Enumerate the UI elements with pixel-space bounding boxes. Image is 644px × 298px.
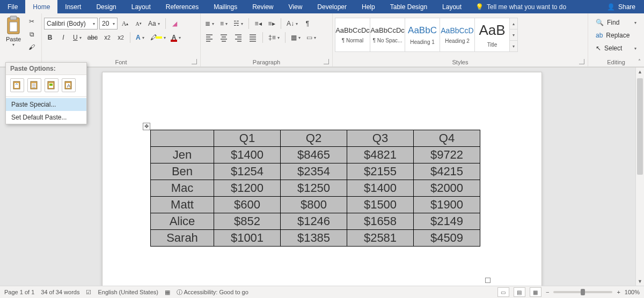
styles-row-up[interactable]: ▴ [510,18,517,29]
font-dialog-launcher[interactable] [192,59,197,64]
line-spacing-button[interactable]: ‡≡ [266,32,282,43]
multilevel-list-button[interactable]: ☵ [231,18,245,29]
table-resize-handle[interactable] [485,278,491,283]
tab-developer[interactable]: Developer [310,0,354,13]
tab-home[interactable]: Home [25,0,57,13]
paste-dropdown-caret[interactable]: ▾ [12,42,14,47]
paste-text-only[interactable]: A [62,78,76,92]
zoom-level[interactable]: 100% [625,289,640,295]
table-header-cell[interactable]: Q1 [214,130,281,147]
paste-keep-source-formatting[interactable] [10,78,24,92]
table-cell[interactable]: $1385 [281,230,347,247]
table-cell[interactable]: $1250 [281,180,347,197]
table-cell[interactable]: $1658 [347,213,414,230]
grow-font-button[interactable]: A▴ [119,18,131,29]
table-cell[interactable]: $1200 [214,180,281,197]
style-title[interactable]: AaBTitle [474,18,510,52]
table-cell[interactable]: Mac [151,180,214,197]
align-center-button[interactable] [217,32,230,43]
table-header-cell[interactable]: Q4 [414,130,480,147]
view-read-mode[interactable]: ▭ [497,287,509,297]
bullets-button[interactable]: ≣ [203,18,216,29]
table-cell[interactable]: $2581 [347,230,414,247]
table-cell[interactable]: $1900 [414,197,480,213]
table-cell[interactable]: $2149 [414,213,480,230]
zoom-slider-thumb[interactable] [581,289,585,295]
tab-help[interactable]: Help [354,0,383,13]
status-language[interactable]: English (United States) [98,289,158,295]
zoom-out-button[interactable]: − [546,289,549,295]
strikethrough-button[interactable]: abc [85,32,100,43]
shrink-font-button[interactable]: A▾ [133,18,144,29]
show-hide-button[interactable]: ¶ [302,18,313,29]
highlight-button[interactable]: 🖍 [148,32,168,43]
cut-button[interactable]: ✂ [26,16,38,27]
styles-more-button[interactable]: ▾ [510,40,517,51]
table-cell[interactable]: $2354 [281,163,347,180]
tab-layout[interactable]: Layout [124,0,158,13]
text-effects-button[interactable]: A [134,32,147,43]
font-name-combo[interactable]: Calibri (Body)▾ [44,18,98,29]
table-cell[interactable]: Jen [151,147,214,163]
view-web-layout[interactable]: ▦ [530,287,541,297]
table-cell[interactable]: $8465 [281,147,347,163]
spellcheck-icon[interactable]: ☑ [86,289,91,296]
align-left-button[interactable] [203,32,216,43]
zoom-slider[interactable] [553,291,612,293]
justify-button[interactable] [246,32,259,43]
document-table[interactable]: Q1Q2Q3Q4 Jen$1400$8465$4821$9722Ben$1254… [150,130,480,247]
styles-row-down[interactable]: ▾ [510,29,517,40]
collapse-ribbon-button[interactable]: ˄ [638,58,641,64]
table-cell[interactable]: $600 [214,197,281,213]
paste-merge-formatting[interactable] [27,78,41,92]
table-header-cell[interactable]: Q3 [347,130,414,147]
share-button[interactable]: 👤 Share [598,0,644,13]
tab-table-layout[interactable]: Layout [435,0,469,13]
tab-mailings[interactable]: Mailings [206,0,245,13]
table-row[interactable]: Mac$1200$1250$1400$2000 [151,180,480,197]
increase-indent-button[interactable]: ≡▸ [266,18,277,29]
style-heading-2[interactable]: AaBbCcDHeading 2 [440,18,475,52]
decrease-indent-button[interactable]: ≡◂ [252,18,264,29]
change-case-button[interactable]: Aa [146,18,162,29]
font-color-button[interactable]: A [170,32,184,43]
table-row[interactable]: Matt$600$800$1500$1900 [151,197,480,213]
font-size-combo[interactable]: 20▾ [99,18,118,29]
table-cell[interactable]: $2000 [414,180,480,197]
replace-button[interactable]: abReplace [594,29,639,41]
italic-button[interactable]: I [57,32,69,43]
tab-view[interactable]: View [281,0,310,13]
scroll-up-button[interactable]: ▲ [636,68,644,76]
table-cell[interactable]: $1246 [281,213,347,230]
style--no-spac-[interactable]: AaBbCcDc¶ No Spac... [370,18,405,52]
table-row[interactable]: Jen$1400$8465$4821$9722 [151,147,480,163]
borders-button[interactable]: ▭ [304,32,318,43]
table-header-cell[interactable] [151,130,214,147]
table-cell[interactable]: $800 [281,197,347,213]
find-button[interactable]: 🔍Find▾ [594,17,639,28]
zoom-in-button[interactable]: + [617,289,620,295]
table-cell[interactable]: $1400 [214,147,281,163]
table-cell[interactable]: $852 [214,213,281,230]
tab-references[interactable]: References [158,0,206,13]
table-cell[interactable]: $2155 [347,163,414,180]
tab-design[interactable]: Design [89,0,123,13]
table-cell[interactable]: $1001 [214,230,281,247]
table-header-row[interactable]: Q1Q2Q3Q4 [151,130,480,147]
table-cell[interactable]: $1500 [347,197,414,213]
macro-icon[interactable]: ▦ [165,289,170,296]
table-cell[interactable]: $4509 [414,230,480,247]
format-painter-button[interactable]: 🖌 [26,41,38,53]
tab-review[interactable]: Review [245,0,281,13]
subscript-button[interactable]: x2 [101,32,113,43]
table-cell[interactable]: Matt [151,197,214,213]
style--normal[interactable]: AaBbCcDc¶ Normal [335,18,370,52]
table-cell[interactable]: Ben [151,163,214,180]
table-row[interactable]: Sarah$1001$1385$2581$4509 [151,230,480,247]
shading-button[interactable]: ▦ [289,32,303,43]
paste-button[interactable]: Paste ▾ [2,14,25,54]
status-word-count[interactable]: 34 of 34 words [41,289,79,295]
align-right-button[interactable] [232,32,245,43]
vertical-scrollbar[interactable]: ▲ ▼ [635,68,644,286]
tab-insert[interactable]: Insert [57,0,89,13]
